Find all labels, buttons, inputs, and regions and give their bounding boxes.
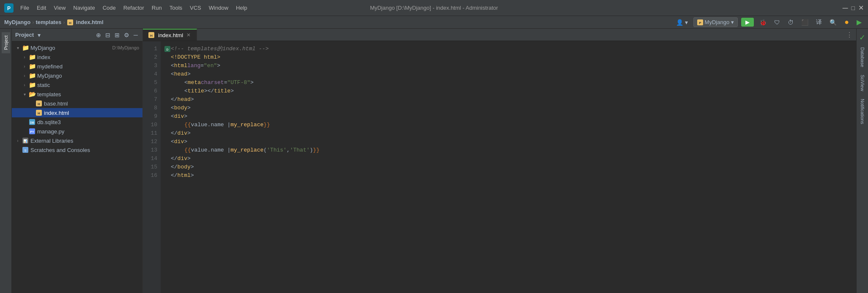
tree-label-mydefined: mydefined <box>37 63 139 70</box>
panel-minimize-button[interactable]: ─ <box>132 31 139 39</box>
tree-toggle-index[interactable]: › <box>21 54 28 60</box>
tree-item-templates[interactable]: ▾ 📂 templates <box>12 90 142 99</box>
tree-item-static[interactable]: › 📁 static <box>12 80 142 90</box>
breadcrumb-file[interactable]: index.html <box>76 19 104 25</box>
tree-item-index-html[interactable]: H index.html <box>12 108 142 117</box>
code-gt-16: > <box>191 171 194 180</box>
sidebar-tab-project[interactable]: Project <box>2 32 10 53</box>
user-avatar[interactable]: ● <box>842 17 851 27</box>
editor-tab-close[interactable]: ✕ <box>186 32 192 38</box>
tree-item-mydjango-folder[interactable]: › 📁 MyDjango <box>12 71 142 80</box>
tree-root-toggle[interactable]: ▾ <box>14 44 21 51</box>
menu-view[interactable]: View <box>50 3 69 12</box>
code-gt-9: > <box>184 112 187 121</box>
tab-more-button[interactable]: ⋮ <box>843 29 856 41</box>
tree-icon-db: DB <box>29 119 36 125</box>
tree-item-index[interactable]: › 📁 index <box>12 52 142 62</box>
code-line-10: {{ value.name | my_replace }} <box>164 121 856 129</box>
menu-help[interactable]: Help <box>233 3 251 12</box>
tree-root[interactable]: ▾ 📁 MyDjango D:\MyDjango <box>12 43 142 52</box>
breadcrumb-file-icon: H <box>67 19 74 26</box>
panel-settings-button[interactable]: ⚙ <box>123 31 131 39</box>
code-gt-8: > <box>187 104 191 112</box>
menu-tools[interactable]: Tools <box>166 3 186 12</box>
code-tag-body: body <box>174 104 187 112</box>
svg-text:P: P <box>7 5 11 11</box>
code-lt-5: < <box>184 79 188 87</box>
code-lt-7: </ <box>171 95 178 104</box>
code-line-15: </body> <box>164 163 856 171</box>
tree-toggle-db <box>21 119 28 125</box>
code-line-8: <body> <box>164 104 856 112</box>
profile-button[interactable]: ⏱ <box>786 18 796 27</box>
menu-edit[interactable]: Edit <box>33 3 49 12</box>
code-tag-title: title <box>188 87 204 95</box>
tree-icon-scratches: S <box>22 146 29 153</box>
breadcrumb-templates[interactable]: templates <box>36 19 61 25</box>
tree-item-scratches[interactable]: S Scratches and Consoles <box>12 145 142 155</box>
menu-file[interactable]: File <box>17 3 33 12</box>
tree-toggle-static[interactable]: › <box>21 81 28 88</box>
search-button[interactable]: 🔍 <box>827 18 839 27</box>
tree-icon-static: 📁 <box>29 81 36 88</box>
tree-toggle-index-html <box>28 109 35 116</box>
window-controls: ─ □ ✕ <box>843 4 864 12</box>
plugin-button[interactable]: ▶ <box>854 17 864 27</box>
code-tag-html: html <box>174 62 187 70</box>
tree-toggle-templates[interactable]: ▾ <box>21 91 28 98</box>
coverage-button[interactable]: 🛡 <box>772 18 782 27</box>
tree-item-base-html[interactable]: H base.html <box>12 99 142 108</box>
tree-item-mydefined[interactable]: › 📁 mydefined <box>12 62 142 71</box>
project-dropdown[interactable]: P MyDjango ▾ <box>693 17 738 27</box>
panel-header: Project ▾ ⊕ ⊟ ⊞ ⚙ ─ <box>12 29 142 41</box>
menu-navigate[interactable]: Navigate <box>70 3 98 12</box>
debug-button[interactable]: 🐞 <box>757 18 769 27</box>
breadcrumb-project[interactable]: MyDjango <box>4 19 30 25</box>
code-lt-8: < <box>171 104 174 112</box>
panel-expand-button[interactable]: ⊞ <box>113 31 121 39</box>
code-gt-4: > <box>187 70 191 79</box>
minimize-button[interactable]: ─ <box>843 4 848 12</box>
tree-label-index-html: index.html <box>44 110 139 116</box>
code-tag-body-close: body <box>178 163 191 171</box>
tree-label-static: static <box>37 82 139 88</box>
maximize-button[interactable]: □ <box>852 5 855 11</box>
tree-icon-mydefined: 📁 <box>29 63 36 70</box>
panel-collapse-all-button[interactable]: ⊟ <box>104 31 112 39</box>
menu-refactor[interactable]: Refactor <box>120 3 148 12</box>
editor-tab-index-html[interactable]: H index.html ✕ <box>143 29 197 41</box>
menu-vcs[interactable]: VCS <box>186 3 205 12</box>
run-button[interactable]: ▶ <box>741 18 754 27</box>
close-button[interactable]: ✕ <box>858 4 864 12</box>
line-num-16: 16 <box>143 171 161 180</box>
right-tab-database[interactable]: Database <box>858 44 867 71</box>
tree-toggle-extlibs[interactable]: › <box>14 137 21 144</box>
menu-window[interactable]: Window <box>205 3 232 12</box>
toolbar-right: 👤 ▾ P MyDjango ▾ ▶ 🐞 🛡 ⏱ ⬛ 译 🔍 ● ▶ <box>674 17 864 27</box>
tree-item-db[interactable]: DB db.sqlite3 <box>12 117 142 127</box>
tree-item-extlibs[interactable]: › 📊 External Libraries <box>12 136 142 145</box>
menu-code[interactable]: Code <box>99 3 119 12</box>
line-num-1: 1 <box>143 45 161 53</box>
tree-item-manage[interactable]: PY manage.py <box>12 127 142 136</box>
code-gt-3: > <box>217 62 220 70</box>
right-tab-notifications[interactable]: Notifications <box>858 95 867 128</box>
code-content[interactable]: D <!-- templates的index.html --> <!DOCTYP… <box>161 41 856 293</box>
tab-file-icon: H <box>148 32 155 38</box>
code-str-this: 'This' <box>267 146 287 155</box>
translate-button[interactable]: 译 <box>814 18 824 27</box>
right-tab-sciview[interactable]: SciView <box>858 71 867 95</box>
code-editor[interactable]: 1 2 3 4 5 6 7 8 9 10 11 12 13 14 15 16 <box>143 41 856 293</box>
panel-dropdown-icon[interactable]: ▾ <box>36 31 42 39</box>
tree-toggle-mydefined[interactable]: › <box>21 63 28 70</box>
tree-label-index: index <box>37 54 139 60</box>
panel-title: Project <box>15 32 34 38</box>
breadcrumb-sep-1: › <box>32 19 34 25</box>
account-button[interactable]: 👤 ▾ <box>674 18 690 27</box>
menu-run[interactable]: Run <box>148 3 165 12</box>
tree-toggle-mydjango[interactable]: › <box>21 72 28 79</box>
code-attr-lang: lang <box>187 62 200 70</box>
stop-button[interactable]: ⬛ <box>799 18 810 27</box>
code-template-content-10: value.name | <box>191 121 231 129</box>
panel-add-button[interactable]: ⊕ <box>95 31 102 39</box>
